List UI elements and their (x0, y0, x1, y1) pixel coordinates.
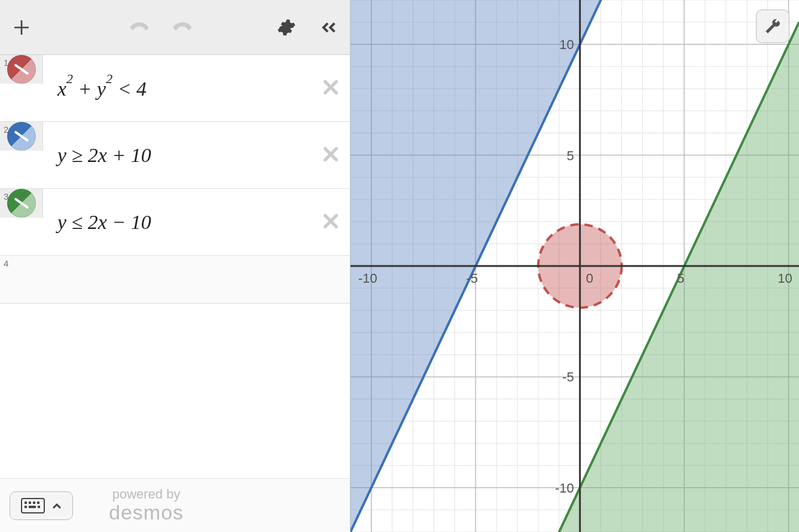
svg-text:-5: -5 (466, 271, 478, 286)
expression-panel: 1 x2 + y2 < 4 2 y ≥ 2x + 10 3 y ≤ 2 (0, 0, 350, 532)
svg-rect-5 (25, 506, 27, 508)
toolbar (0, 0, 350, 55)
graph-area[interactable]: -10-50510-10-5510 (350, 0, 799, 532)
powered-by-label: powered by desmos (109, 487, 184, 524)
svg-rect-7 (38, 506, 40, 508)
color-swatch-icon (7, 189, 36, 218)
svg-rect-3 (33, 502, 35, 504)
keyboard-button[interactable] (10, 491, 73, 520)
collapse-panel-button[interactable] (318, 17, 338, 38)
svg-text:5: 5 (677, 271, 684, 286)
undo-button[interactable] (127, 19, 152, 36)
svg-rect-6 (29, 506, 36, 508)
chevron-up-icon (52, 502, 62, 509)
keyboard-icon (21, 498, 45, 513)
color-swatch-icon (7, 55, 36, 84)
svg-text:10: 10 (559, 37, 574, 52)
expression-row-empty[interactable]: 4 (0, 256, 350, 304)
expression-row[interactable]: 3 y ≤ 2x − 10 (0, 189, 350, 256)
svg-rect-4 (37, 502, 39, 504)
expression-input[interactable]: x2 + y2 < 4 (43, 64, 350, 112)
svg-text:-10: -10 (358, 271, 377, 286)
svg-text:-5: -5 (562, 369, 574, 384)
sidebar-footer: powered by desmos (0, 478, 350, 532)
svg-rect-1 (25, 502, 27, 504)
svg-rect-2 (29, 502, 31, 504)
svg-text:0: 0 (586, 271, 593, 286)
expression-row[interactable]: 2 y ≥ 2x + 10 (0, 122, 350, 189)
svg-text:-10: -10 (555, 481, 574, 496)
graph-settings-button[interactable] (756, 10, 789, 43)
add-button[interactable] (12, 18, 31, 37)
color-swatch-icon (7, 122, 36, 151)
redo-button[interactable] (170, 19, 195, 36)
expression-row[interactable]: 1 x2 + y2 < 4 (0, 55, 350, 122)
expression-input[interactable]: y ≤ 2x − 10 (43, 199, 350, 246)
graph-svg: -10-50510-10-5510 (350, 0, 799, 532)
settings-button[interactable] (277, 18, 296, 37)
svg-text:10: 10 (777, 271, 792, 286)
svg-text:5: 5 (566, 148, 574, 163)
delete-expression-button[interactable] (321, 145, 340, 166)
expression-list: 1 x2 + y2 < 4 2 y ≥ 2x + 10 3 y ≤ 2 (0, 55, 350, 478)
expression-index: 4 (4, 258, 8, 268)
delete-expression-button[interactable] (321, 78, 340, 99)
expression-input[interactable]: y ≥ 2x + 10 (43, 132, 350, 179)
wrench-icon (764, 18, 781, 35)
delete-expression-button[interactable] (321, 212, 340, 233)
expression-input[interactable] (43, 268, 350, 292)
